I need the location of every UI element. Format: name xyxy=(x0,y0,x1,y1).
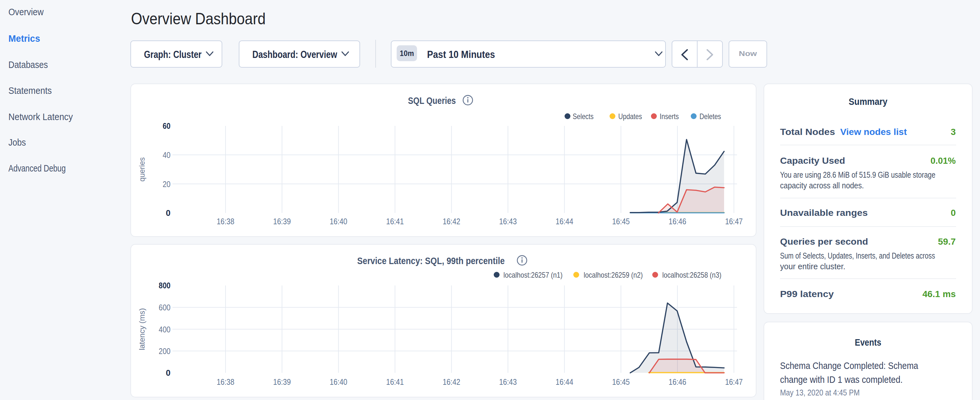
svg-text:16:41: 16:41 xyxy=(386,217,404,226)
svg-text:60: 60 xyxy=(163,121,170,131)
svg-text:your entire cluster.: your entire cluster. xyxy=(780,261,845,271)
svg-text:16:44: 16:44 xyxy=(555,377,573,387)
svg-text:400: 400 xyxy=(159,325,170,334)
svg-text:Queries per second: Queries per second xyxy=(780,237,868,247)
svg-text:Now: Now xyxy=(739,49,757,57)
svg-text:0: 0 xyxy=(166,368,170,378)
svg-text:Overview Dashboard: Overview Dashboard xyxy=(131,10,266,28)
svg-text:Sum of Selects, Updates, Inser: Sum of Selects, Updates, Inserts, and De… xyxy=(780,251,935,261)
svg-text:Selects: Selects xyxy=(573,112,594,121)
svg-text:Jobs: Jobs xyxy=(8,137,26,148)
svg-text:Service Latency: SQL, 99th per: Service Latency: SQL, 99th percentile xyxy=(357,256,505,266)
svg-text:P99 latency: P99 latency xyxy=(780,289,834,299)
svg-text:localhost:26257 (n1): localhost:26257 (n1) xyxy=(503,271,563,279)
svg-text:16:43: 16:43 xyxy=(499,217,517,226)
svg-text:Past 10 Minutes: Past 10 Minutes xyxy=(427,49,495,60)
svg-text:16:39: 16:39 xyxy=(273,217,291,226)
svg-text:16:45: 16:45 xyxy=(612,217,630,226)
svg-text:May 13, 2020 at 4:45 PM: May 13, 2020 at 4:45 PM xyxy=(780,388,860,397)
svg-text:Schema Change Completed: Schem: Schema Change Completed: Schema xyxy=(780,360,918,371)
svg-text:16:38: 16:38 xyxy=(217,377,235,387)
svg-text:16:42: 16:42 xyxy=(442,217,460,226)
svg-text:Unavailable ranges: Unavailable ranges xyxy=(780,208,868,218)
svg-text:Deletes: Deletes xyxy=(700,112,721,121)
svg-text:16:40: 16:40 xyxy=(330,217,347,226)
svg-text:16:38: 16:38 xyxy=(217,217,235,226)
svg-text:queries: queries xyxy=(137,157,146,182)
svg-text:View nodes list: View nodes list xyxy=(840,127,907,137)
svg-text:SQL Queries: SQL Queries xyxy=(408,96,456,106)
svg-text:16:40: 16:40 xyxy=(330,377,347,387)
svg-text:40: 40 xyxy=(163,150,170,160)
svg-text:0.01%: 0.01% xyxy=(931,156,956,166)
svg-text:Events: Events xyxy=(855,337,881,347)
svg-text:10m: 10m xyxy=(400,49,414,57)
svg-text:Updates: Updates xyxy=(618,112,642,121)
svg-text:Summary: Summary xyxy=(849,96,888,107)
svg-text:16:46: 16:46 xyxy=(669,217,687,226)
svg-text:3: 3 xyxy=(951,127,956,137)
svg-text:Dashboard: Overview: Dashboard: Overview xyxy=(252,49,337,60)
svg-text:Total Nodes: Total Nodes xyxy=(780,127,835,137)
svg-text:0: 0 xyxy=(166,208,170,218)
svg-text:16:45: 16:45 xyxy=(612,377,630,387)
svg-text:46.1 ms: 46.1 ms xyxy=(923,289,956,299)
svg-text:16:42: 16:42 xyxy=(442,377,460,387)
svg-text:localhost:26258 (n3): localhost:26258 (n3) xyxy=(662,271,721,279)
svg-text:800: 800 xyxy=(159,280,170,290)
svg-text:16:47: 16:47 xyxy=(725,217,743,226)
svg-text:16:41: 16:41 xyxy=(386,377,404,387)
svg-text:Statements: Statements xyxy=(8,85,52,96)
svg-text:localhost:26259 (n2): localhost:26259 (n2) xyxy=(584,271,643,279)
svg-text:Capacity Used: Capacity Used xyxy=(780,156,845,166)
svg-text:59.7: 59.7 xyxy=(938,237,956,247)
svg-text:16:47: 16:47 xyxy=(725,377,743,387)
svg-text:Overview: Overview xyxy=(8,7,44,17)
svg-text:Inserts: Inserts xyxy=(660,112,679,121)
svg-text:16:43: 16:43 xyxy=(499,377,517,387)
svg-text:600: 600 xyxy=(159,303,170,312)
svg-text:Metrics: Metrics xyxy=(8,33,40,44)
svg-text:Graph: Cluster: Graph: Cluster xyxy=(144,49,202,60)
svg-text:20: 20 xyxy=(163,179,170,189)
svg-text:16:44: 16:44 xyxy=(555,217,573,226)
svg-text:0: 0 xyxy=(951,208,956,218)
svg-text:capacity across all nodes.: capacity across all nodes. xyxy=(780,180,864,190)
svg-text:Network Latency: Network Latency xyxy=(8,112,73,122)
svg-text:200: 200 xyxy=(159,346,170,356)
svg-text:change with ID 1 was completed: change with ID 1 was completed. xyxy=(780,375,903,385)
svg-text:You are using 28.6 MiB of 515.: You are using 28.6 MiB of 515.9 GiB usab… xyxy=(780,170,935,180)
svg-text:16:39: 16:39 xyxy=(273,377,291,387)
svg-text:latency (ms): latency (ms) xyxy=(137,308,146,350)
svg-text:Advanced Debug: Advanced Debug xyxy=(8,163,66,174)
svg-text:Databases: Databases xyxy=(8,59,48,70)
svg-text:16:46: 16:46 xyxy=(669,377,687,387)
